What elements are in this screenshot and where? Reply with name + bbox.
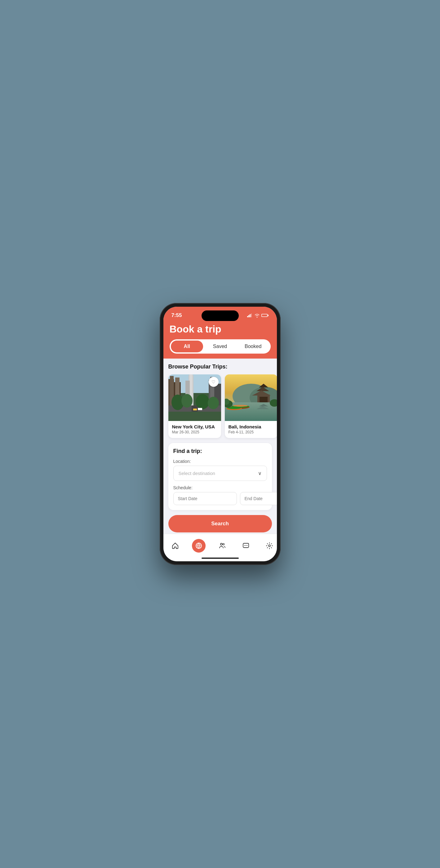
svg-point-54 bbox=[269, 545, 270, 547]
main-content: Browse Popular Trips: bbox=[163, 359, 277, 534]
location-label: Location: bbox=[173, 459, 267, 464]
trip-card-nyc[interactable]: ♡ New York City, USA Mar 26-30, 2025 bbox=[168, 374, 221, 438]
search-button[interactable]: Search bbox=[168, 515, 272, 532]
status-time: 7:55 bbox=[171, 312, 182, 318]
nav-settings[interactable] bbox=[258, 538, 277, 554]
people-icon bbox=[218, 542, 226, 550]
svg-rect-2 bbox=[249, 314, 250, 317]
bali-trip-dates: Feb 4-11, 2025 bbox=[229, 430, 274, 434]
bottom-nav bbox=[163, 534, 277, 561]
svg-point-22 bbox=[181, 394, 193, 408]
settings-icon bbox=[266, 542, 273, 550]
schedule-label: Schedule: bbox=[173, 485, 267, 490]
home-indicator bbox=[202, 558, 239, 559]
svg-rect-0 bbox=[247, 316, 248, 317]
tab-all[interactable]: All bbox=[171, 341, 203, 352]
wifi-icon bbox=[255, 314, 260, 318]
destination-placeholder: Select destination bbox=[179, 471, 215, 476]
nyc-trip-info: New York City, USA Mar 26-30, 2025 bbox=[168, 421, 221, 438]
bali-trip-name: Bali, Indonesia bbox=[229, 424, 274, 429]
tab-saved[interactable]: Saved bbox=[204, 341, 236, 352]
search-button-container: Search bbox=[163, 515, 277, 534]
trip-image-bali-container bbox=[225, 374, 277, 421]
home-icon bbox=[171, 542, 179, 550]
svg-rect-5 bbox=[268, 315, 269, 316]
chat-icon bbox=[242, 542, 249, 550]
destination-select[interactable]: Select destination ∨ bbox=[173, 466, 267, 481]
people-icon-wrap bbox=[215, 539, 229, 553]
nyc-trip-name: New York City, USA bbox=[172, 424, 217, 429]
popular-trips-section: Browse Popular Trips: bbox=[163, 359, 277, 370]
chat-icon-wrap bbox=[239, 539, 253, 553]
popular-trips-title: Browse Popular Trips: bbox=[168, 364, 272, 370]
svg-point-52 bbox=[245, 545, 246, 546]
svg-point-49 bbox=[223, 544, 224, 545]
home-icon-wrap bbox=[168, 539, 182, 553]
svg-point-48 bbox=[221, 543, 222, 545]
svg-rect-1 bbox=[248, 315, 249, 317]
svg-rect-25 bbox=[193, 408, 197, 410]
nav-chat[interactable] bbox=[234, 538, 258, 554]
svg-rect-36 bbox=[260, 397, 268, 402]
svg-point-24 bbox=[208, 397, 219, 409]
svg-rect-6 bbox=[262, 314, 267, 317]
end-date-input[interactable] bbox=[240, 492, 277, 505]
explore-icon-wrap bbox=[192, 539, 206, 553]
signal-icon bbox=[247, 314, 253, 317]
trip-card-bali[interactable]: Bali, Indonesia Feb 4-11, 2025 bbox=[225, 374, 277, 438]
phone-screen: 7:55 bbox=[163, 307, 277, 561]
bali-trip-info: Bali, Indonesia Feb 4-11, 2025 bbox=[225, 421, 277, 438]
header: Book a trip All Saved Booked bbox=[163, 321, 277, 359]
chevron-down-icon: ∨ bbox=[258, 470, 262, 476]
svg-point-51 bbox=[244, 545, 245, 546]
find-trip-title: Find a trip: bbox=[173, 448, 267, 455]
bali-image bbox=[225, 374, 277, 421]
svg-point-53 bbox=[246, 545, 247, 546]
page-title: Book a trip bbox=[170, 323, 271, 335]
tab-booked[interactable]: Booked bbox=[237, 341, 269, 352]
trips-row: ♡ New York City, USA Mar 26-30, 2025 bbox=[163, 374, 277, 443]
status-icons bbox=[247, 314, 269, 318]
start-date-input[interactable] bbox=[173, 492, 237, 505]
globe-icon bbox=[195, 542, 202, 550]
nyc-heart-button[interactable]: ♡ bbox=[209, 377, 218, 387]
svg-rect-3 bbox=[251, 314, 252, 317]
nav-people[interactable] bbox=[210, 538, 234, 554]
find-trip-card: Find a trip: Location: Select destinatio… bbox=[168, 443, 272, 510]
nav-explore[interactable] bbox=[187, 538, 210, 554]
heart-icon: ♡ bbox=[211, 379, 215, 384]
svg-point-41 bbox=[233, 405, 248, 407]
dynamic-island bbox=[202, 310, 239, 321]
svg-rect-30 bbox=[225, 402, 277, 421]
nav-home[interactable] bbox=[163, 538, 187, 554]
settings-icon-wrap bbox=[263, 539, 276, 553]
svg-point-23 bbox=[196, 394, 209, 409]
schedule-row bbox=[173, 492, 267, 505]
battery-icon bbox=[261, 314, 269, 317]
phone-frame: 7:55 bbox=[160, 303, 281, 565]
svg-rect-26 bbox=[198, 408, 202, 410]
tabs-container: All Saved Booked bbox=[170, 339, 271, 353]
nyc-trip-dates: Mar 26-30, 2025 bbox=[172, 430, 217, 434]
trip-image-nyc-container: ♡ bbox=[168, 374, 221, 421]
